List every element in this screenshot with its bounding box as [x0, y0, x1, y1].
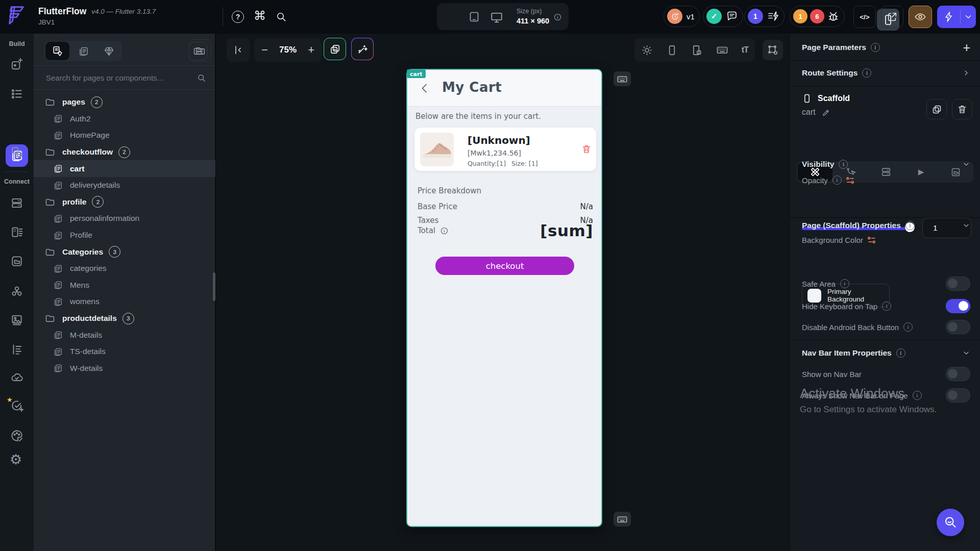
- device-tablet-button[interactable]: [468, 11, 480, 23]
- tree-folder-productdetails[interactable]: productdetails3: [34, 310, 215, 327]
- toggle-pages-widgets[interactable]: [45, 42, 69, 60]
- issues-pill[interactable]: 1 6: [790, 6, 845, 27]
- magic-tools-button[interactable]: [351, 38, 374, 60]
- set-from-variable-icon[interactable]: [868, 236, 876, 244]
- zoom-in-button[interactable]: +: [308, 43, 314, 57]
- components-icon[interactable]: [10, 145, 23, 159]
- search-icon[interactable]: [275, 11, 287, 22]
- add-parameter-button[interactable]: +: [963, 40, 970, 55]
- toggle-pages[interactable]: [70, 41, 96, 61]
- app-structure-icon[interactable]: [10, 343, 23, 356]
- preview-eye-button[interactable]: [909, 6, 932, 28]
- settings-gear-icon[interactable]: ⚙: [10, 453, 22, 467]
- disable-back-toggle[interactable]: [946, 320, 970, 334]
- tree-page-m-details[interactable]: M-details: [34, 327, 215, 343]
- info-icon[interactable]: [913, 391, 922, 400]
- open-in-new-button[interactable]: [881, 6, 903, 28]
- command-palette-icon[interactable]: ⌘: [254, 9, 266, 23]
- tree-page-homepage[interactable]: HomePage: [34, 127, 215, 144]
- checkout-button[interactable]: checkout: [435, 257, 574, 275]
- page-parameters-header[interactable]: Page Parameters +: [802, 40, 970, 55]
- keyboard-overlay-button-bottom[interactable]: [614, 512, 631, 527]
- collapse-panel-button[interactable]: [227, 38, 250, 62]
- run-chevron-down-icon[interactable]: [964, 12, 973, 21]
- add-page-button[interactable]: +: [324, 38, 346, 60]
- tree-page-auth2[interactable]: Auth2: [34, 111, 215, 128]
- page-elements-icon[interactable]: [10, 87, 23, 101]
- light-mode-icon[interactable]: [641, 44, 653, 56]
- tree-page-cart[interactable]: cart: [34, 160, 215, 177]
- size-info-icon[interactable]: [553, 13, 562, 21]
- zoom-level[interactable]: 75%: [279, 45, 297, 55]
- text-scale-icon[interactable]: tT: [742, 45, 748, 55]
- tree-folder-pages[interactable]: pages2: [34, 94, 215, 111]
- keyboard-overlay-button-top[interactable]: [614, 71, 631, 86]
- custom-files-icon[interactable]: [10, 255, 23, 268]
- info-icon[interactable]: [840, 279, 849, 288]
- database-icon[interactable]: [10, 196, 23, 210]
- set-from-variable-icon[interactable]: [846, 177, 855, 184]
- visibility-header[interactable]: Visibility: [802, 157, 970, 171]
- tree-page-w-details[interactable]: W-details: [34, 360, 215, 377]
- info-icon[interactable]: [903, 322, 913, 332]
- chevron-down-icon[interactable]: [962, 160, 970, 168]
- tree-page-womens[interactable]: womens: [34, 293, 215, 310]
- theme-settings-icon[interactable]: [10, 429, 23, 442]
- cart-item-card[interactable]: [Unknown] [Mwk1,234.56] Quantity:[1] Siz…: [414, 128, 596, 171]
- tree-page-deliverydetails[interactable]: deliverydetails: [34, 177, 215, 194]
- widget-palette-icon[interactable]: [10, 58, 23, 71]
- version-pill[interactable]: v1: [664, 6, 700, 27]
- search-input[interactable]: [45, 73, 190, 83]
- zoom-out-button[interactable]: −: [261, 43, 268, 57]
- info-icon[interactable]: [882, 302, 891, 311]
- media-assets-icon[interactable]: [10, 313, 23, 327]
- edit-name-pencil-icon[interactable]: [822, 108, 830, 117]
- integrations-icon[interactable]: [10, 285, 23, 298]
- view-code-button[interactable]: </>: [853, 6, 876, 28]
- safe-area-toggle[interactable]: [946, 277, 970, 291]
- duplicate-page-button[interactable]: [926, 99, 947, 119]
- device-desktop-button[interactable]: [490, 11, 503, 24]
- route-settings-header[interactable]: Route Settings: [802, 66, 970, 80]
- info-icon[interactable]: [832, 176, 842, 185]
- status-chat-pill[interactable]: ✓: [703, 6, 743, 27]
- explorer-scrollbar-thumb[interactable]: [213, 272, 215, 301]
- help-chat-fab[interactable]: [937, 509, 964, 536]
- show-navbar-toggle[interactable]: [946, 367, 970, 381]
- help-icon[interactable]: ?: [232, 11, 244, 23]
- back-chevron-icon[interactable]: [419, 82, 431, 94]
- run-split-button[interactable]: [937, 6, 976, 28]
- keyboard-toggle-icon[interactable]: [716, 44, 728, 56]
- selected-page-tag[interactable]: cart: [407, 69, 426, 78]
- info-icon[interactable]: [839, 160, 848, 169]
- remove-item-trash-icon[interactable]: [581, 144, 592, 154]
- run-queue-pill[interactable]: 1: [744, 6, 785, 27]
- tree-page-profile[interactable]: Profile: [34, 227, 215, 244]
- tree-page-categories[interactable]: categories: [34, 260, 215, 277]
- always-show-navbar-toggle[interactable]: [946, 388, 970, 403]
- delete-page-button[interactable]: [952, 99, 972, 119]
- chevron-down-icon[interactable]: [962, 221, 970, 230]
- tree-folder-checkoutflow[interactable]: checkoutflow2: [34, 144, 215, 161]
- chevron-down-icon[interactable]: [962, 349, 970, 357]
- hide-keyboard-toggle[interactable]: [946, 299, 970, 313]
- info-icon[interactable]: [896, 348, 905, 358]
- info-icon[interactable]: [905, 221, 915, 230]
- tree-folder-profile[interactable]: profile2: [34, 194, 215, 211]
- size-value[interactable]: 411 × 960: [517, 17, 549, 25]
- tree-folder-categories[interactable]: Categories3: [34, 243, 215, 260]
- scaffold-properties-header[interactable]: Page (Scaffold) Properties: [802, 218, 970, 233]
- cloud-functions-icon[interactable]: [10, 371, 23, 384]
- api-calls-icon[interactable]: [10, 226, 23, 239]
- info-icon[interactable]: [862, 68, 871, 78]
- info-icon[interactable]: [871, 43, 880, 52]
- chevron-right-icon[interactable]: [962, 69, 970, 77]
- device-overlay-icon[interactable]: [691, 44, 703, 56]
- tree-page-personalinformation[interactable]: personalinformation: [34, 210, 215, 227]
- device-frame-icon[interactable]: [666, 44, 678, 56]
- tree-page-mens[interactable]: Mens: [34, 277, 215, 294]
- search-icon[interactable]: [197, 73, 206, 83]
- navbar-properties-header[interactable]: Nav Bar Item Properties: [802, 346, 970, 360]
- canvas-settings-button[interactable]: [763, 40, 783, 60]
- tree-page-ts-details[interactable]: TS-details: [34, 343, 215, 360]
